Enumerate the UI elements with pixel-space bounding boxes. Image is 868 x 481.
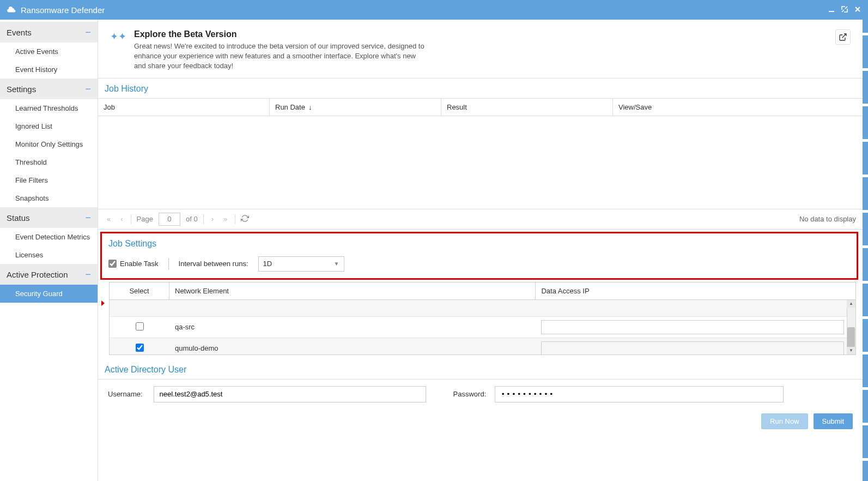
beta-banner: ✦✦ Explore the Beta Version Great news! … — [98, 20, 863, 79]
nav-group-label: Settings — [7, 85, 36, 94]
row-select-checkbox[interactable] — [136, 322, 144, 330]
password-input[interactable] — [495, 386, 784, 402]
no-data-label: No data to display — [799, 215, 856, 223]
nav-item-monitor-only-settings[interactable]: Monitor Only Settings — [0, 135, 98, 153]
beta-title: Explore the Beta Version — [134, 29, 428, 39]
nav-group-label: Active Protection — [7, 270, 68, 279]
scrollbar-track[interactable]: ▲ ▼ — [847, 300, 855, 354]
minimize-icon[interactable] — [828, 5, 835, 15]
ad-user-form: Username: Password: — [98, 380, 863, 409]
nav-item-learned-thresholds[interactable]: Learned Thresholds — [0, 99, 98, 117]
separator — [131, 214, 131, 224]
job-history-title: Job History — [98, 79, 863, 99]
nav-item-snapshots[interactable]: Snapshots — [0, 189, 98, 207]
network-element-table: Select Network Element Data Access IP qa… — [109, 282, 856, 355]
col-select[interactable]: Select — [110, 282, 169, 299]
sort-down-icon: ↓ — [308, 103, 312, 111]
external-link-button[interactable] — [835, 29, 851, 45]
interval-select[interactable]: 1D ▼ — [258, 256, 344, 272]
job-settings-title: Job Settings — [102, 233, 857, 251]
page-input[interactable] — [159, 213, 180, 226]
col-data-access-ip[interactable]: Data Access IP — [536, 282, 855, 299]
window-controls — [828, 5, 861, 15]
row-name — [169, 305, 536, 311]
collapse-icon: − — [85, 269, 91, 279]
highlight-marker-icon — [101, 300, 105, 306]
collapse-icon: − — [85, 27, 91, 37]
col-run-date[interactable]: Run Date ↓ — [270, 99, 441, 116]
row-name: qumulo-demo — [169, 341, 536, 354]
username-input[interactable] — [154, 386, 426, 402]
ne-table-header: Select Network Element Data Access IP — [110, 282, 855, 300]
page-prev-icon[interactable]: ‹ — [118, 214, 125, 224]
footer-buttons: Run Now Submit — [98, 409, 863, 437]
password-label: Password: — [453, 390, 487, 398]
app-title: Ransomware Defender — [21, 5, 105, 15]
table-row[interactable]: qumulo-demo — [110, 338, 855, 354]
job-settings-highlight-box: Job Settings Enable Task Interval betwee… — [100, 232, 858, 280]
scrollbar-thumb[interactable] — [847, 327, 855, 349]
job-history-header: Job Run Date ↓ Result View/Save — [98, 99, 863, 116]
separator — [203, 214, 204, 224]
nav-group-label: Status — [7, 213, 30, 223]
page-of-label: of 0 — [186, 215, 198, 223]
main-content: ✦✦ Explore the Beta Version Great news! … — [98, 20, 863, 481]
nav-item-active-events[interactable]: Active Events — [0, 43, 98, 61]
cloud-icon — [7, 6, 16, 14]
page-next-icon[interactable]: › — [209, 214, 216, 224]
svg-rect-0 — [829, 11, 834, 12]
nav-item-ignored-list[interactable]: Ignored List — [0, 117, 98, 135]
beta-text: Great news! We're excited to introduce t… — [134, 41, 428, 71]
nav-item-file-filters[interactable]: File Filters — [0, 171, 98, 189]
chevron-down-icon: ▼ — [334, 261, 339, 267]
nav-group-active-protection[interactable]: Active Protection − — [0, 264, 98, 285]
username-label: Username: — [108, 390, 143, 398]
row-ip-input[interactable] — [541, 320, 844, 334]
table-row[interactable]: qa-src — [110, 316, 855, 338]
nav-group-events[interactable]: Events − — [0, 22, 98, 43]
nav-item-event-detection-metrics[interactable]: Event Detection Metrics — [0, 228, 98, 246]
job-history-body — [98, 116, 863, 209]
run-now-button[interactable]: Run Now — [761, 413, 808, 429]
col-run-date-label: Run Date — [275, 103, 305, 111]
divider — [168, 258, 169, 270]
col-job[interactable]: Job — [98, 99, 270, 116]
enable-task-input[interactable] — [108, 260, 117, 268]
col-view-save[interactable]: View/Save — [613, 99, 863, 116]
page-first-icon[interactable]: « — [105, 214, 113, 224]
nav-item-licenses[interactable]: Licenses — [0, 246, 98, 264]
close-icon[interactable] — [854, 5, 861, 15]
scroll-up-icon[interactable]: ▲ — [847, 300, 855, 308]
row-select-checkbox[interactable] — [136, 344, 144, 352]
nav-group-settings[interactable]: Settings − — [0, 79, 98, 99]
ne-table-body: qa-src qumulo-demo ▲ ▼ — [110, 300, 855, 354]
sidebar: Events − Active Events Event History Set… — [0, 20, 98, 481]
job-settings-bar: Enable Task Interval between runs: 1D ▼ — [102, 251, 857, 277]
col-network-element[interactable]: Network Element — [169, 282, 536, 299]
maximize-icon[interactable] — [841, 5, 848, 15]
row-ip-input[interactable] — [541, 341, 844, 354]
collapse-icon: − — [85, 213, 91, 223]
separator — [235, 214, 235, 224]
nav-item-event-history[interactable]: Event History — [0, 61, 98, 79]
background-stripe — [863, 0, 868, 481]
sparkle-icon: ✦✦ — [110, 31, 126, 71]
nav-group-status[interactable]: Status − — [0, 207, 98, 228]
interval-value: 1D — [263, 260, 272, 268]
interval-label: Interval between runs: — [179, 260, 248, 268]
page-label: Page — [137, 215, 153, 223]
row-name: qa-src — [169, 320, 536, 334]
submit-button[interactable]: Submit — [814, 413, 853, 429]
page-last-icon[interactable]: » — [221, 214, 229, 224]
enable-task-checkbox[interactable]: Enable Task — [108, 260, 159, 268]
col-result[interactable]: Result — [441, 99, 613, 116]
ad-user-title: Active Directory User — [98, 359, 863, 380]
nav-item-threshold[interactable]: Threshold — [0, 153, 98, 171]
scroll-down-icon[interactable]: ▼ — [847, 347, 855, 354]
refresh-icon[interactable] — [241, 214, 249, 224]
collapse-icon: − — [85, 84, 91, 94]
enable-task-label: Enable Task — [120, 260, 159, 268]
nav-group-label: Events — [7, 28, 32, 37]
nav-item-security-guard[interactable]: Security Guard — [0, 285, 98, 303]
table-row[interactable] — [110, 300, 855, 316]
